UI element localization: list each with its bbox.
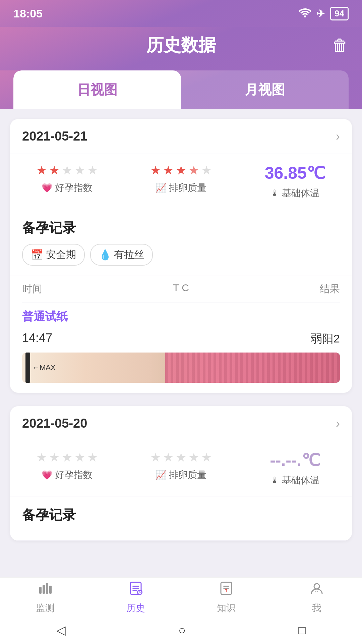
chevron-right-icon-2: › xyxy=(336,417,340,431)
svg-rect-0 xyxy=(39,587,42,594)
header: 历史数据 🗑 xyxy=(0,27,362,70)
test-type-1: 普通试纸 xyxy=(22,303,340,328)
star-2: ★ xyxy=(49,163,60,177)
strip-dark-bar xyxy=(25,353,30,383)
card-2021-05-20: 2021-05-20 › ★ ★ ★ ★ ★ 💗 好孕指数 ★ xyxy=(10,406,352,541)
test-table-header-1: 时间 T C 结果 xyxy=(22,275,340,303)
me-icon xyxy=(309,581,324,599)
ovulation-stars-1: ★ ★ ★ ★ ★ xyxy=(150,163,212,177)
o2-star-5: ★ xyxy=(201,450,212,465)
temp-value-1: 36.85℃ xyxy=(265,163,325,183)
delete-icon: 🗑 xyxy=(332,36,349,55)
f2-star-4: ★ xyxy=(74,450,85,465)
svg-rect-6 xyxy=(132,588,139,589)
ovulation-icon-2: 📈 xyxy=(156,470,166,480)
airplane-icon: ✈ xyxy=(316,8,325,19)
nav-monitor[interactable]: 监测 xyxy=(0,578,90,618)
fertility-stars-1: ★ ★ ★ ★ ★ xyxy=(36,163,98,177)
date-row-1[interactable]: 2021-05-21 › xyxy=(10,119,352,154)
ovulation-stat-2: ★ ★ ★ ★ ★ 📈 排卵质量 xyxy=(124,441,238,496)
temp-value-2: --.--.℃ xyxy=(270,450,320,470)
tab-day[interactable]: 日视图 xyxy=(13,70,181,109)
wifi-icon xyxy=(299,7,311,20)
svg-rect-11 xyxy=(223,586,229,587)
chevron-right-icon-1: › xyxy=(336,129,340,144)
date-2: 2021-05-20 xyxy=(22,416,87,431)
svg-rect-5 xyxy=(132,586,139,587)
fertility-icon-2: 💗 xyxy=(42,470,52,480)
status-right: ✈ 94 xyxy=(299,7,349,20)
temp-stat-1: 36.85℃ 🌡 基础体温 xyxy=(238,154,352,209)
star-3: ★ xyxy=(62,163,72,177)
f2-star-3: ★ xyxy=(62,450,72,465)
nav-knowledge-label: 知识 xyxy=(217,602,236,614)
page-title: 历史数据 xyxy=(146,34,216,57)
svg-rect-2 xyxy=(46,583,48,594)
strip-pattern xyxy=(165,353,340,383)
history-icon xyxy=(128,581,143,599)
main-content: 2021-05-21 › ★ ★ ★ ★ ★ 💗 好孕指数 ★ xyxy=(0,109,362,644)
f2-star-1: ★ xyxy=(36,450,47,465)
test-result-1: 弱阳2 xyxy=(311,331,340,346)
o-star-4: ★ xyxy=(188,163,199,177)
thermometer-icon-2: 🌡 xyxy=(270,475,279,486)
monitor-icon xyxy=(38,581,53,599)
o2-star-4: ★ xyxy=(188,450,199,465)
record-title-1: 备孕记录 xyxy=(22,219,340,237)
bottom-navigation: 监测 历史 xyxy=(0,577,362,644)
stats-row-1: ★ ★ ★ ★ ★ 💗 好孕指数 ★ ★ ★ ★ ★ xyxy=(10,154,352,209)
ovulation-label-2: 📈 排卵质量 xyxy=(156,469,206,481)
temp-label-2: 🌡 基础体温 xyxy=(270,474,319,487)
strip-arrow: ←MAX xyxy=(32,363,56,372)
card-2021-05-21: 2021-05-21 › ★ ★ ★ ★ ★ 💗 好孕指数 ★ xyxy=(10,119,352,393)
recents-button[interactable]: □ xyxy=(298,623,306,637)
fertility-stat-2: ★ ★ ★ ★ ★ 💗 好孕指数 xyxy=(10,441,124,496)
fertility-label-2: 💗 好孕指数 xyxy=(42,469,93,481)
svg-rect-1 xyxy=(43,585,45,594)
tabs: 日视图 月视图 xyxy=(13,70,349,109)
fertility-label-1: 💗 好孕指数 xyxy=(42,181,93,194)
nav-me-label: 我 xyxy=(312,602,321,614)
temp-stat-2: --.--.℃ 🌡 基础体温 xyxy=(238,441,352,496)
test-table-1: 时间 T C 结果 普通试纸 14:47 弱阳2 ←MAX xyxy=(10,275,352,393)
water-icon: 💧 xyxy=(99,249,111,261)
nav-items: 监测 历史 xyxy=(0,578,362,618)
o2-star-2: ★ xyxy=(163,450,174,465)
tag-mucus: 💧 有拉丝 xyxy=(90,244,153,266)
record-section-1: 备孕记录 📅 安全期 💧 有拉丝 xyxy=(10,209,352,275)
nav-me[interactable]: 我 xyxy=(272,578,362,618)
o-star-5: ★ xyxy=(201,163,212,177)
temp-label-1: 🌡 基础体温 xyxy=(270,187,319,200)
f2-star-5: ★ xyxy=(87,450,98,465)
fertility-icon-1: 💗 xyxy=(42,183,52,193)
o2-star-3: ★ xyxy=(176,450,186,465)
star-1: ★ xyxy=(36,163,47,177)
status-bar: 18:05 ✈ 94 xyxy=(0,0,362,27)
star-5: ★ xyxy=(87,163,98,177)
o-star-3: ★ xyxy=(176,163,186,177)
status-time: 18:05 xyxy=(13,7,43,20)
svg-rect-3 xyxy=(49,586,52,594)
star-4: ★ xyxy=(74,163,85,177)
tabs-container: 日视图 月视图 xyxy=(0,70,362,109)
f2-star-2: ★ xyxy=(49,450,60,465)
tab-month[interactable]: 月视图 xyxy=(181,70,349,109)
record-section-2: 备孕记录 xyxy=(10,496,352,541)
ovulation-stat-1: ★ ★ ★ ★ ★ 📈 排卵质量 xyxy=(124,154,238,209)
thermometer-icon-1: 🌡 xyxy=(270,188,279,199)
ovulation-stars-2: ★ ★ ★ ★ ★ xyxy=(150,450,212,465)
o-star-2: ★ xyxy=(163,163,174,177)
back-button[interactable]: ◁ xyxy=(56,623,66,637)
home-button[interactable]: ○ xyxy=(178,623,186,637)
nav-history[interactable]: 历史 xyxy=(90,578,181,618)
date-row-2[interactable]: 2021-05-20 › xyxy=(10,406,352,441)
delete-button[interactable]: 🗑 xyxy=(332,36,349,55)
o-star-1: ★ xyxy=(150,163,161,177)
o2-star-1: ★ xyxy=(150,450,161,465)
svg-point-13 xyxy=(314,584,319,589)
col-time: 时间 xyxy=(22,282,42,296)
battery-icon: 94 xyxy=(330,7,349,20)
record-tags-1: 📅 安全期 💧 有拉丝 xyxy=(22,244,340,266)
test-time-1: 14:47 xyxy=(22,331,52,345)
nav-knowledge[interactable]: 知识 xyxy=(181,578,272,618)
